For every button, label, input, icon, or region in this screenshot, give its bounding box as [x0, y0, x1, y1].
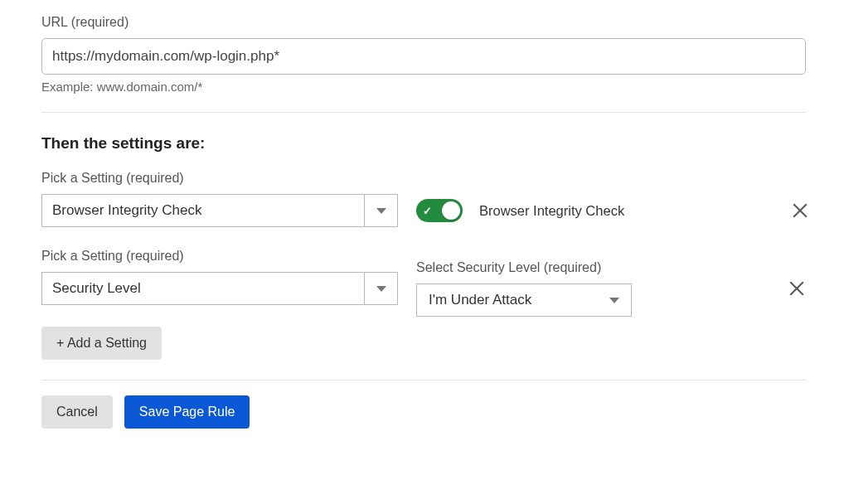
chevron-down-icon	[364, 273, 397, 304]
security-level-select[interactable]: I'm Under Attack	[416, 284, 632, 317]
setting-row: Pick a Setting (required) Browser Integr…	[41, 171, 806, 227]
divider-top	[41, 112, 806, 113]
remove-setting-button[interactable]	[788, 279, 806, 298]
setting-row: Pick a Setting (required) Security Level…	[41, 249, 806, 305]
chevron-down-icon	[609, 298, 619, 303]
action-bar: Cancel Save Page Rule	[41, 395, 806, 429]
pick-setting-label: Pick a Setting (required)	[41, 249, 398, 264]
divider-bottom	[41, 380, 806, 380]
pick-setting-select[interactable]: Browser Integrity Check	[41, 194, 398, 227]
remove-setting-button[interactable]	[791, 201, 809, 220]
setting-value-toggle: ✓ Browser Integrity Check	[416, 194, 773, 227]
add-setting-button[interactable]: + Add a Setting	[41, 327, 162, 360]
chevron-down-icon	[364, 195, 397, 226]
url-label: URL (required)	[41, 15, 806, 30]
save-page-rule-button[interactable]: Save Page Rule	[124, 395, 250, 429]
security-level-value: I'm Under Attack	[429, 292, 531, 308]
url-input[interactable]	[41, 38, 806, 75]
settings-section-title: Then the settings are:	[41, 134, 806, 153]
pick-setting-value: Security Level	[42, 273, 364, 304]
pick-setting-label: Pick a Setting (required)	[41, 171, 398, 186]
pick-setting-select[interactable]: Security Level	[41, 272, 398, 305]
url-hint: Example: www.domain.com/*	[41, 80, 806, 94]
check-icon: ✓	[423, 205, 432, 217]
browser-integrity-toggle[interactable]: ✓	[416, 199, 463, 222]
url-field-block: URL (required) Example: www.domain.com/*	[41, 15, 806, 94]
toggle-knob	[442, 201, 460, 220]
security-level-select-label: Select Security Level (required)	[416, 260, 632, 275]
toggle-label: Browser Integrity Check	[479, 203, 624, 219]
pick-setting-value: Browser Integrity Check	[42, 195, 364, 226]
cancel-button[interactable]: Cancel	[41, 395, 113, 429]
